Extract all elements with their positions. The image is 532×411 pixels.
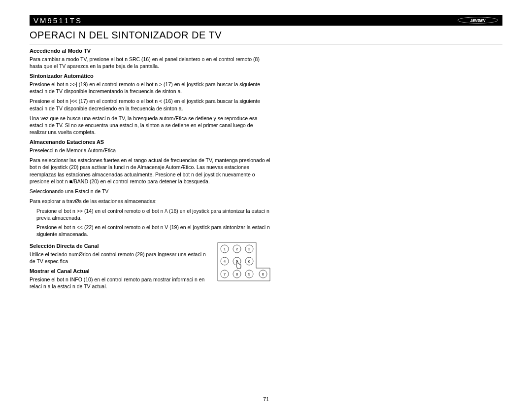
paragraph: Presione el bot n |<< (17) en el control… [30, 98, 271, 111]
heading-storing-stations: Almacenando Estaciones AS [30, 138, 271, 146]
two-column-section: Selección Directa de Canal Utilice el te… [30, 240, 271, 293]
svg-text:8: 8 [236, 272, 238, 276]
brand-logo: JENSEN [457, 17, 499, 24]
header-bar: VM9511TS JENSEN [30, 15, 502, 26]
subheading: Preselecci n de Memoria AutomÆtica [30, 147, 271, 154]
jensen-logo-icon: JENSEN [457, 17, 499, 24]
bullet-item: Presione el bot n >> (14) en el control … [36, 207, 271, 221]
manual-page: VM9511TS JENSEN OPERACI N DEL SINTONIZAD… [0, 0, 532, 293]
svg-text:1: 1 [224, 247, 226, 251]
paragraph: Presione el bot n >>| (19) en el control… [30, 81, 271, 95]
svg-text:JENSEN: JENSEN [470, 18, 486, 23]
paragraph: Para cambiar a modo TV, presione el bot … [30, 56, 271, 69]
body-content: Accediendo al Modo TV Para cambiar a mod… [30, 47, 271, 293]
model-number: VM9511TS [33, 16, 82, 25]
svg-text:2: 2 [236, 247, 238, 251]
heading-auto-tuner: Sintonizador Automático [30, 72, 271, 80]
paragraph: Presione el bot n INFO (10) en el contro… [30, 276, 211, 290]
heading-direct-channel: Selección Directa de Canal [30, 242, 211, 250]
keypad-illustration: 1 2 3 4 5 6 7 8 9 0 [217, 240, 271, 293]
cursor-hand-icon [236, 261, 241, 269]
page-number: 71 [0, 396, 532, 402]
title-divider [30, 44, 502, 44]
subheading: Seleccionando una Estaci n de TV [30, 188, 271, 195]
bullet-item: Presione el bot n << (22) en el control … [36, 224, 271, 238]
keypad-icon: 1 2 3 4 5 6 7 8 9 0 [217, 241, 271, 282]
page-title: OPERACI N DEL SINTONIZADOR DE TV [30, 30, 502, 41]
paragraph: Para seleccionar las estaciones fuertes … [30, 157, 271, 185]
svg-text:0: 0 [262, 272, 265, 276]
svg-text:4: 4 [224, 259, 226, 264]
left-column: Selección Directa de Canal Utilice el te… [30, 240, 211, 293]
heading-accessing-tv: Accediendo al Modo TV [30, 47, 271, 55]
heading-show-current: Mostrar el Canal Actual [30, 268, 211, 275]
bullet-group: Presione el bot n >> (14) en el control … [30, 207, 271, 238]
svg-text:9: 9 [248, 272, 251, 276]
svg-text:6: 6 [248, 259, 251, 264]
svg-text:7: 7 [224, 272, 226, 276]
paragraph: Utilice el teclado numØrico del control … [30, 251, 211, 265]
paragraph: Una vez que se busca una estaci n de TV,… [30, 115, 271, 136]
svg-text:3: 3 [248, 247, 251, 251]
paragraph: Para explorar a travØs de las estaciones… [30, 198, 271, 205]
